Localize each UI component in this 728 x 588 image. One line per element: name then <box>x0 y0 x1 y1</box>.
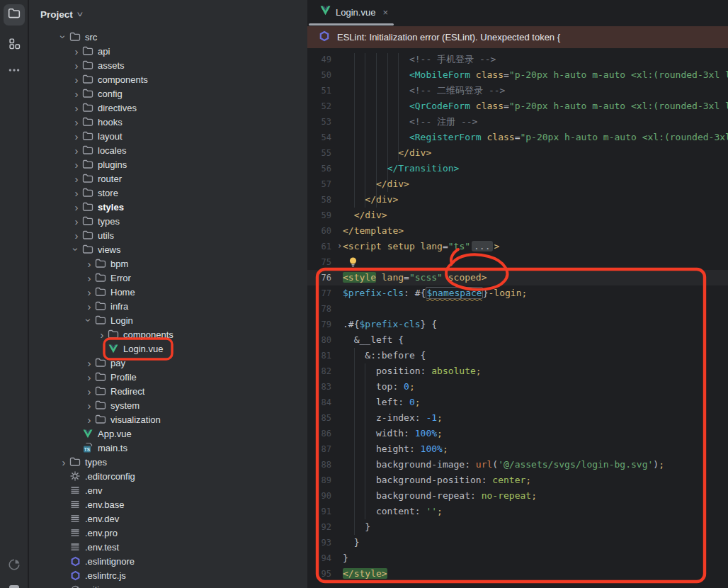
tree-item-infra[interactable]: ›infra <box>29 299 307 313</box>
chevron-icon[interactable]: › <box>84 272 95 283</box>
chevron-icon[interactable]: › <box>71 215 82 227</box>
tree-item-env.base[interactable]: .env.base <box>29 497 307 511</box>
code-line-57[interactable]: 57 </div> <box>307 176 728 192</box>
chevron-icon[interactable]: › <box>71 159 82 170</box>
code-line-82[interactable]: 82 position: absolute; <box>307 363 728 379</box>
tree-item-eslintrc.js[interactable]: .eslintrc.js <box>29 568 307 582</box>
tree-item-bpm[interactable]: ›bpm <box>29 256 307 271</box>
tree-item-eslintignore[interactable]: .eslintignore <box>29 554 307 568</box>
chevron-icon[interactable]: › <box>71 74 82 85</box>
code-line-49[interactable]: 49 <!-- 手机登录 --> <box>307 52 728 67</box>
chevron-icon[interactable]: › <box>71 201 82 213</box>
chevron-icon[interactable]: › <box>58 456 69 468</box>
code-line-58[interactable]: 58 </div> <box>307 192 728 208</box>
chevron-icon[interactable]: › <box>96 329 108 340</box>
more-tools-button[interactable] <box>4 61 25 82</box>
code-line-59[interactable]: 59 </div> <box>307 208 728 223</box>
code-line-75[interactable]: 75 <box>307 254 728 270</box>
tree-item-types[interactable]: ›types <box>29 455 307 469</box>
code-line-90[interactable]: 90 background-repeat: no-repeat; <box>307 488 728 504</box>
tree-item-home[interactable]: ›Home <box>29 285 307 299</box>
code-line-81[interactable]: 81 &::before { <box>307 348 728 363</box>
chevron-icon[interactable]: › <box>71 244 82 255</box>
tree-item-redirect[interactable]: ›Redirect <box>29 384 307 398</box>
tree-item-src[interactable]: ›src <box>29 30 307 44</box>
code-line-52[interactable]: 52 <QrCodeForm class="p-20px h-auto m-au… <box>307 98 728 114</box>
code-line-50[interactable]: 50 <MobileForm class="p-20px h-auto m-au… <box>307 67 728 83</box>
chevron-icon[interactable]: › <box>84 286 95 298</box>
chevron-icon[interactable]: › <box>58 31 69 43</box>
code-line-88[interactable]: 88 background-image: url('@/assets/svgs/… <box>307 457 728 473</box>
fold-arrow-icon[interactable]: › <box>337 239 343 254</box>
code-line-80[interactable]: 80 &__left { <box>307 332 728 348</box>
chevron-icon[interactable]: › <box>71 187 82 198</box>
code-line-92[interactable]: 92 } <box>307 519 728 535</box>
tree-item-editorconfig[interactable]: .editorconfig <box>29 469 307 483</box>
code-line-51[interactable]: 51 <!-- 二维码登录 --> <box>307 83 728 98</box>
tree-item-profile[interactable]: ›Profile <box>29 370 307 384</box>
chevron-icon[interactable]: › <box>71 45 82 57</box>
chevron-icon[interactable]: › <box>84 315 95 326</box>
chevron-icon[interactable]: › <box>84 400 95 411</box>
tree-item-plugins[interactable]: ›plugins <box>29 157 307 171</box>
code-line-85[interactable]: 85 z-index: -1; <box>307 410 728 426</box>
tree-item-error[interactable]: ›Error <box>29 271 307 285</box>
code-line-55[interactable]: 55 </div> <box>307 145 728 161</box>
close-icon[interactable]: × <box>382 7 388 18</box>
tree-item-assets[interactable]: ›assets <box>29 58 307 72</box>
chevron-icon[interactable]: › <box>84 357 95 368</box>
tree-item-login.vue[interactable]: Login.vue <box>29 341 307 356</box>
tree-item-layout[interactable]: ›layout <box>29 129 307 143</box>
tree-item-env.dev[interactable]: .env.dev <box>29 511 307 526</box>
project-panel-header[interactable]: Project ˅ <box>29 0 307 28</box>
tree-item-components[interactable]: ›components <box>29 72 307 86</box>
tree-item-app.vue[interactable]: App.vue <box>29 426 307 441</box>
code-editor[interactable]: 49 <!-- 手机登录 -->50 <MobileForm class="p-… <box>307 52 728 582</box>
code-line-61[interactable]: 61›<script setup lang="ts"...> <box>307 239 728 254</box>
tree-item-types[interactable]: ›types <box>29 214 307 228</box>
bottom-tool-button[interactable] <box>4 581 25 588</box>
tree-item-utils[interactable]: ›utils <box>29 228 307 242</box>
code-line-87[interactable]: 87 height: 100%; <box>307 441 728 457</box>
chevron-icon[interactable]: › <box>71 230 82 241</box>
tree-item-hooks[interactable]: ›hooks <box>29 115 307 129</box>
tree-item-config[interactable]: ›config <box>29 86 307 101</box>
code-line-53[interactable]: 53 <!-- 注册 --> <box>307 114 728 130</box>
chevron-icon[interactable]: › <box>71 60 82 71</box>
chevron-icon[interactable]: › <box>71 173 82 184</box>
code-line-94[interactable]: 94} <box>307 550 728 566</box>
code-line-86[interactable]: 86 width: 100%; <box>307 426 728 441</box>
tree-item-env[interactable]: .env <box>29 483 307 497</box>
tree-item-system[interactable]: ›system <box>29 398 307 412</box>
code-line-83[interactable]: 83 top: 0; <box>307 379 728 395</box>
tree-item-store[interactable]: ›store <box>29 186 307 200</box>
chevron-icon[interactable]: › <box>84 258 95 269</box>
tree-item-login[interactable]: ›Login <box>29 313 307 327</box>
tree-item-directives[interactable]: ›directives <box>29 101 307 115</box>
tree-item-gitignore[interactable]: .gitignore <box>29 582 307 588</box>
tree-item-api[interactable]: ›api <box>29 44 307 58</box>
code-line-78[interactable]: 78 <box>307 301 728 317</box>
structure-tool-button[interactable] <box>4 34 25 55</box>
tree-item-main.ts[interactable]: TSmain.ts <box>29 441 307 455</box>
code-line-54[interactable]: 54 <RegisterForm class="p-20px h-auto m-… <box>307 130 728 145</box>
code-line-76[interactable]: 76<style lang="scss" scoped> <box>307 270 728 285</box>
code-line-91[interactable]: 91 content: ''; <box>307 504 728 519</box>
code-line-60[interactable]: 60</template> <box>307 223 728 239</box>
tree-item-styles[interactable]: ›styles <box>29 200 307 214</box>
chevron-icon[interactable]: › <box>84 371 95 383</box>
chevron-icon[interactable]: › <box>71 145 82 156</box>
code-line-77[interactable]: 77$prefix-cls: #{$namespace}-login; <box>307 285 728 301</box>
code-line-93[interactable]: 93 } <box>307 535 728 550</box>
tree-item-locales[interactable]: ›locales <box>29 143 307 157</box>
chevron-icon[interactable]: › <box>71 88 82 99</box>
chevron-icon[interactable]: › <box>71 116 82 128</box>
tree-item-router[interactable]: ›router <box>29 171 307 186</box>
chevron-icon[interactable]: › <box>71 102 82 113</box>
chevron-icon[interactable]: › <box>84 414 95 425</box>
chevron-icon[interactable]: › <box>71 130 82 142</box>
code-line-95[interactable]: 95</style> <box>307 566 728 582</box>
tree-item-components[interactable]: ›components <box>29 327 307 341</box>
code-line-89[interactable]: 89 background-position: center; <box>307 473 728 488</box>
chevron-icon[interactable]: › <box>84 385 95 397</box>
